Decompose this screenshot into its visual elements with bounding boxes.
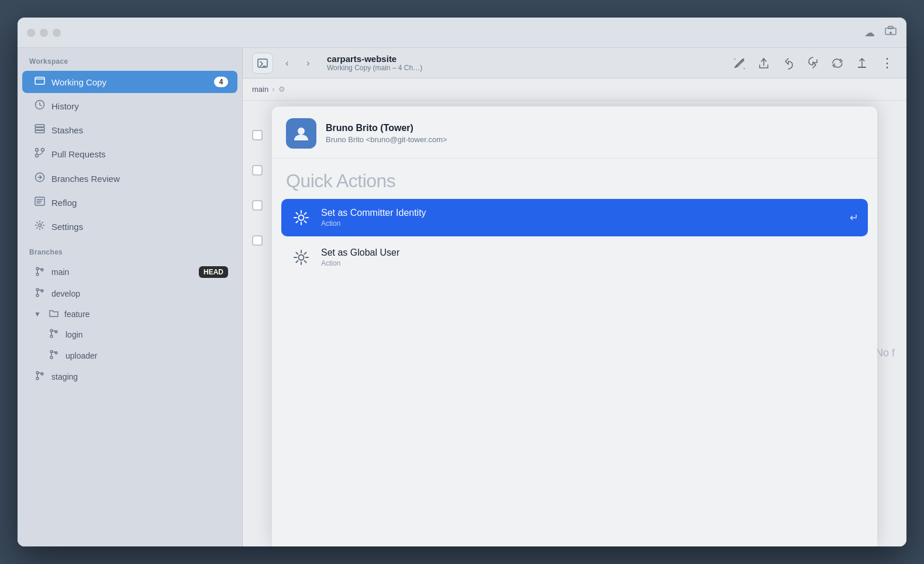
- action2-text: Set as Global User Action: [321, 247, 859, 267]
- svg-rect-5: [35, 125, 44, 127]
- branch-staging-label: staging: [51, 372, 228, 381]
- gear-icon-action2: [291, 247, 312, 268]
- action-set-global-user[interactable]: Set as Global User Action: [281, 239, 868, 276]
- user-email: Bruno Brito <bruno@git-tower.com>: [326, 135, 447, 144]
- enter-icon: ↵: [850, 211, 859, 224]
- head-badge: HEAD: [199, 266, 228, 278]
- forward-button[interactable]: ›: [299, 54, 318, 73]
- checkbox-4[interactable]: [252, 235, 263, 246]
- workspace-label: Workspace: [18, 57, 242, 70]
- sidebar-item-reflog[interactable]: Reflog: [22, 191, 237, 214]
- branch-uploader-label: uploader: [65, 351, 228, 360]
- svg-point-13: [39, 224, 42, 227]
- quick-actions-panel: Bruno Brito (Tower) Bruno Brito <bruno@g…: [272, 106, 877, 546]
- toolbar: ‹ › carparts-website Working Copy (main …: [243, 48, 906, 78]
- sidebar-item-stashes[interactable]: Stashes: [22, 119, 237, 141]
- history-label: History: [51, 101, 228, 111]
- right-panel: ‹ › carparts-website Working Copy (main …: [243, 48, 906, 546]
- reflog-label: Reflog: [51, 198, 228, 208]
- more-options-button[interactable]: ⋮: [876, 53, 897, 74]
- branches-label: Branches: [18, 248, 242, 261]
- checkbox-1[interactable]: [252, 130, 263, 140]
- repo-icon-button[interactable]: [252, 53, 273, 74]
- chevron-down-icon: ▼: [34, 310, 43, 318]
- sidebar-item-pull-requests[interactable]: Pull Requests: [22, 142, 237, 166]
- cloud-icon[interactable]: ☁: [864, 26, 875, 39]
- user-name: Bruno Brito (Tower): [326, 123, 447, 133]
- branch-item-uploader[interactable]: uploader: [22, 345, 237, 366]
- pull-requests-icon: [34, 147, 46, 160]
- checkbox-2[interactable]: [252, 165, 263, 176]
- branch-icon-uploader: [48, 350, 60, 361]
- toolbar-nav: ‹ ›: [278, 54, 318, 73]
- action2-subtitle: Action: [321, 259, 859, 267]
- branches-review-icon: [34, 172, 46, 185]
- sidebar-item-settings[interactable]: Settings: [22, 215, 237, 238]
- file-checkboxes: [243, 130, 263, 246]
- breadcrumb-separator: ›: [272, 85, 274, 94]
- branches-review-label: Branches Review: [51, 174, 228, 184]
- settings-icon-breadcrumb: ⚙: [278, 85, 285, 94]
- sidebar: Workspace Working Copy 4: [18, 48, 243, 546]
- svg-rect-1: [888, 26, 893, 29]
- actions-list: Set as Committer Identity Action ↵: [272, 199, 877, 276]
- traffic-lights: [27, 29, 61, 37]
- settings-label: Settings: [51, 222, 228, 232]
- sidebar-item-branches-review[interactable]: Branches Review: [22, 167, 237, 190]
- working-copy-badge: 4: [214, 77, 228, 87]
- action1-text: Set as Committer Identity Action: [321, 208, 840, 228]
- branch-item-develop[interactable]: develop: [22, 283, 237, 304]
- maximize-button[interactable]: [53, 29, 61, 37]
- action2-title: Set as Global User: [321, 247, 859, 258]
- drive-icon[interactable]: [884, 26, 897, 39]
- magic-icon-button[interactable]: [729, 53, 750, 74]
- user-info: Bruno Brito (Tower) Bruno Brito <bruno@g…: [326, 123, 447, 144]
- stash-button[interactable]: [851, 53, 873, 74]
- gear-icon-action1: [291, 207, 312, 228]
- action1-title: Set as Committer Identity: [321, 208, 840, 218]
- stashes-label: Stashes: [51, 125, 228, 135]
- branch-login-label: login: [65, 330, 228, 339]
- working-copy-label: Working Copy: [51, 77, 208, 87]
- titlebar: ☁: [18, 18, 906, 48]
- toolbar-title: carparts-website Working Copy (main – 4 …: [327, 54, 724, 72]
- branch-icon-main: [34, 267, 46, 278]
- svg-point-30: [298, 128, 305, 135]
- quick-actions-header: Quick Actions: [272, 159, 877, 199]
- action-set-committer-identity[interactable]: Set as Committer Identity Action ↵: [281, 199, 868, 236]
- back-button[interactable]: ‹: [278, 54, 296, 73]
- svg-rect-7: [35, 130, 44, 133]
- svg-rect-6: [35, 128, 44, 130]
- branch-develop-label: develop: [51, 289, 228, 298]
- pull-requests-label: Pull Requests: [51, 149, 228, 159]
- svg-rect-3: [35, 77, 44, 84]
- titlebar-icons: ☁: [864, 26, 897, 39]
- branch-icon-develop: [34, 288, 46, 299]
- quick-actions-title: Quick Actions: [286, 170, 863, 192]
- stashes-icon: [34, 124, 46, 136]
- share-button[interactable]: [753, 53, 774, 74]
- pull-button[interactable]: [778, 53, 799, 74]
- sidebar-item-history[interactable]: History: [22, 94, 237, 118]
- breadcrumb-main: main: [252, 85, 268, 94]
- breadcrumb-bar: main › ⚙: [243, 78, 906, 101]
- branch-item-login[interactable]: login: [22, 324, 237, 345]
- branch-icon-login: [48, 329, 60, 340]
- toolbar-actions: ⋮: [729, 53, 897, 74]
- checkbox-3[interactable]: [252, 200, 263, 211]
- sync-button[interactable]: [827, 53, 848, 74]
- branch-item-staging[interactable]: staging: [22, 366, 237, 387]
- branch-item-main[interactable]: main HEAD: [22, 262, 237, 283]
- svg-point-32: [299, 255, 304, 260]
- branch-folder-feature[interactable]: ▼ feature: [22, 304, 237, 324]
- user-header: Bruno Brito (Tower) Bruno Brito <bruno@g…: [272, 106, 877, 159]
- user-avatar: [286, 118, 316, 149]
- sidebar-item-working-copy[interactable]: Working Copy 4: [22, 71, 237, 93]
- branch-main-label: main: [51, 267, 193, 277]
- minimize-button[interactable]: [40, 29, 48, 37]
- history-icon: [34, 99, 46, 112]
- push-button[interactable]: [802, 53, 823, 74]
- branch-feature-label: feature: [64, 309, 90, 319]
- close-button[interactable]: [27, 29, 35, 37]
- settings-icon: [34, 220, 46, 233]
